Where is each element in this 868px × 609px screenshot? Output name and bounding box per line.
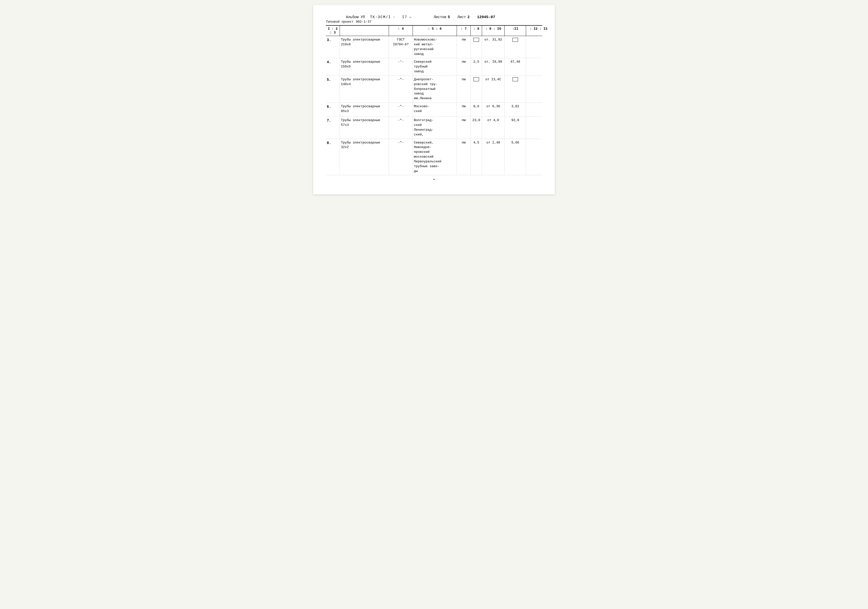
- row-total: 3,82: [504, 103, 526, 116]
- row-number: 6.: [326, 103, 339, 116]
- header-area: Альбом УП ТК-ЗСМ/I - I7 — Листов 5 Лист …: [326, 15, 542, 24]
- listov-val: 5: [448, 15, 450, 19]
- col-header-5: : 7: [457, 26, 470, 36]
- bottom-decoration: •: [326, 175, 542, 184]
- row-number: 7.: [326, 117, 339, 138]
- row-gost: ГОСТI0704-6?: [389, 36, 412, 58]
- row-gost: -"-: [389, 139, 412, 175]
- header-code: ТК-ЗСМ/I: [370, 15, 391, 19]
- row-note: [526, 139, 551, 175]
- row-factory: Москово-ский: [412, 103, 457, 116]
- row-number: 4.: [326, 58, 339, 76]
- table-row: 7. Трубы электросварные 57x3 -"- Волгогр…: [326, 117, 542, 139]
- row-mark: пм: [457, 58, 470, 76]
- page-container: Альбом УП ТК-ЗСМ/I - I7 — Листов 5 Лист …: [313, 5, 555, 194]
- row-total: 5,66: [504, 139, 526, 175]
- row-mark: пм: [457, 139, 470, 175]
- row-total: 47,48: [504, 58, 526, 76]
- row-number: 3.: [326, 36, 339, 58]
- row-name: Трубы электросварные 159x5: [339, 58, 389, 76]
- table-row: 8. Трубы электросварные 32x2 -"- Северск…: [326, 139, 542, 176]
- row-mark: пм: [457, 36, 470, 58]
- row-name: Трубы электросварные 57x3: [339, 117, 389, 138]
- row-number: 8.: [326, 139, 339, 175]
- row-note: [526, 58, 551, 76]
- row-factory: Северскийтрубныйзавод: [412, 58, 457, 76]
- col-header-4: : 5 : 6: [412, 26, 457, 36]
- row-name: Трубы электросварные 32x2: [339, 139, 389, 175]
- row-qty: [470, 36, 482, 58]
- subtitle-label: Типовой проект: [326, 20, 353, 24]
- header-variant: I7: [402, 15, 407, 19]
- row-factory: Днепропет-ровский тру-бопрокатныйзаводим…: [412, 76, 457, 103]
- row-note: [526, 36, 551, 58]
- row-note: [526, 103, 551, 116]
- row-factory: Новомосковс-кий метал-ругическийзавод: [412, 36, 457, 58]
- doc-num: 12945-07: [477, 15, 495, 19]
- column-headers: I : 2 : 3 : 4 : 5 : 6 : 7 : 8 : 9 : IO :…: [326, 25, 542, 36]
- row-factory: Северский,Нижнедне-провскиймосковскийПер…: [412, 139, 457, 175]
- row-note: [526, 76, 551, 103]
- subtitle-val: 902-1-37: [356, 20, 371, 24]
- album-label: Альбом УП: [346, 15, 365, 19]
- row-gost: -"-: [389, 117, 412, 138]
- row-total: [504, 36, 526, 58]
- total-box: [513, 77, 518, 81]
- row-price: от 4,0: [482, 117, 504, 138]
- row-gost: -"-: [389, 76, 412, 103]
- row-mark: пм: [457, 103, 470, 116]
- table-row: 3. Трубы электросварные 219x6 ГОСТI0704-…: [326, 36, 542, 58]
- row-mark: пм: [457, 76, 470, 103]
- col-header-7: : 9 : IO: [482, 26, 504, 36]
- header-top-row: Альбом УП ТК-ЗСМ/I - I7 — Листов 5 Лист …: [326, 15, 542, 19]
- row-name: Трубы электросварные 140x4: [339, 76, 389, 103]
- total-box: [513, 38, 518, 42]
- row-number: 5.: [326, 76, 339, 103]
- col-header-2: [339, 26, 389, 36]
- table-row: 6. Трубы электросварные 85x3 -"- Москово…: [326, 103, 542, 117]
- row-qty: 4,5: [470, 139, 482, 175]
- list-label: Лист: [457, 15, 466, 19]
- row-price: от 6,36: [482, 103, 504, 116]
- row-qty: [470, 76, 482, 103]
- bottom-dot: •: [433, 177, 436, 182]
- subtitle-row: Типовой проект 902-1-37: [326, 20, 542, 24]
- row-note: [526, 117, 551, 138]
- header-dash2: —: [409, 15, 411, 19]
- row-qty: 0,6: [470, 103, 482, 116]
- row-qty: 2,5: [470, 58, 482, 76]
- row-price: от I3,4С: [482, 76, 504, 103]
- listov-label: Листов: [434, 15, 446, 19]
- qty-box: [473, 77, 479, 81]
- row-price: от I,48: [482, 139, 504, 175]
- table-row: 5. Трубы электросварные 140x4 -"- Днепро…: [326, 76, 542, 103]
- col-header-6: : 8: [470, 26, 482, 36]
- data-table: 3. Трубы электросварные 219x6 ГОСТI0704-…: [326, 36, 542, 175]
- col-header-8: :II: [504, 26, 526, 36]
- row-total: [504, 76, 526, 103]
- qty-box: [473, 38, 479, 42]
- row-factory: Волгоград-скийЛенинград-ский,: [412, 117, 457, 138]
- row-price: от. 31,92: [482, 36, 504, 58]
- row-mark: пм: [457, 117, 470, 138]
- row-total: 92,0: [504, 117, 526, 138]
- table-row: 4. Трубы электросварные 159x5 -°- Северс…: [326, 58, 542, 76]
- list-val: 2: [468, 15, 470, 19]
- col-header-3: : 4: [389, 26, 412, 36]
- col-header-1: I : 2 : 3: [326, 26, 339, 36]
- row-price: от. I8,99: [482, 58, 504, 76]
- row-qty: 23,0: [470, 117, 482, 138]
- row-name: Трубы электросварные 219x6: [339, 36, 389, 58]
- row-name: Трубы электросварные 85x3: [339, 103, 389, 116]
- row-gost: -°-: [389, 58, 412, 76]
- row-gost: -"-: [389, 103, 412, 116]
- col-header-9: : I2 : I3: [526, 26, 551, 36]
- header-dash1: -: [393, 15, 395, 19]
